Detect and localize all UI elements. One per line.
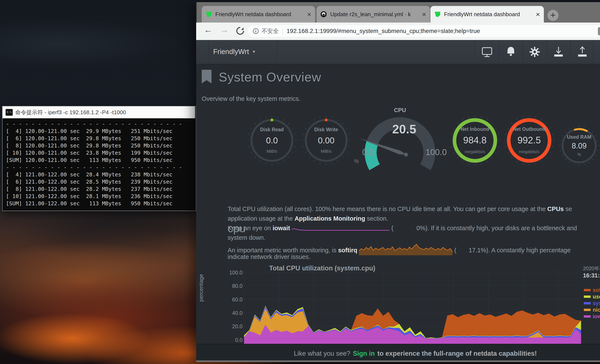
- gauge-disk-write[interactable]: Disk Write 0.00 MiB/s: [301, 115, 351, 166]
- terminal-line: [ 10] 121.00-122.00 sec 28.1 MBytes 236 …: [6, 193, 196, 200]
- new-tab-button[interactable]: +: [547, 10, 559, 21]
- forward-button: →: [220, 25, 228, 35]
- navbar-separator: [475, 40, 476, 63]
- tab-close-icon[interactable]: ×: [536, 11, 540, 18]
- security-label[interactable]: 不安全: [262, 27, 279, 35]
- legend-label: iowait: [593, 313, 600, 319]
- page-subtitle: Overview of the key system metrics.: [202, 95, 300, 102]
- y-tick: 60.0: [221, 297, 243, 303]
- navbar-separator: [547, 40, 547, 63]
- address-bar[interactable]: 不安全 192.168.2.1:19999/#menu_system_subme…: [248, 25, 600, 37]
- terminal-line: [ 4] 121.00-122.00 sec 28.4 MBytes 238 M…: [6, 171, 196, 178]
- navbar-separator: [499, 40, 499, 63]
- legend-item-system[interactable]: system: [584, 300, 600, 307]
- legend-item-nice[interactable]: nice: [584, 307, 600, 313]
- terminal-line: - - - - - - - - - - - - - - - - - - - - …: [6, 164, 196, 171]
- chevron-down-icon: ▾: [253, 49, 255, 55]
- terminal-line: [ 10] 120.00-121.00 sec 23.8 MBytes 199 …: [6, 149, 196, 157]
- tab-title: FriendlyWrt netdata dashboard: [444, 11, 534, 18]
- tab-close-icon[interactable]: ×: [422, 11, 426, 18]
- iowait-sparkline[interactable]: [292, 225, 390, 232]
- gauge-net-outbound[interactable]: Net Outbound 992.5 megabits/s: [504, 115, 554, 166]
- legend-swatch: [584, 296, 591, 298]
- navbar-separator: [277, 40, 277, 63]
- url-text[interactable]: 192.168.2.1:19999/#menu_system_submenu_c…: [287, 28, 480, 35]
- tab-separator: [316, 9, 316, 19]
- browser-toolbar: ← → 不安全 192.168.2.1:19999/#menu_system_s…: [196, 23, 600, 40]
- cpu-paragraph-line: application usage at the Applications Mo…: [228, 214, 388, 223]
- y-tick: 80.0: [221, 283, 243, 289]
- github-logo-icon: [320, 11, 327, 18]
- gauge-net-inbound[interactable]: Net Inbound 984.8 megabits/s: [450, 115, 500, 166]
- softirq-sparkline[interactable]: [359, 243, 452, 256]
- tab-title: FriendlyWrt netdata dashboard: [215, 11, 305, 18]
- terminal-line: [SUM] 120.00-121.00 sec 113 MBytes 950 M…: [6, 157, 196, 164]
- y-tick: 20.0: [221, 323, 243, 329]
- gear-icon[interactable]: [528, 45, 542, 59]
- legend-swatch: [584, 315, 591, 318]
- bell-icon[interactable]: [504, 45, 518, 59]
- terminal-line: [ 4] 120.00-121.00 sec 29.9 MBytes 251 M…: [6, 128, 196, 135]
- browser-window: FriendlyWrt netdata dashboard × Update r…: [196, 2, 600, 362]
- info-icon[interactable]: [253, 28, 259, 34]
- cpu-paragraph-line: An important metric worth monitoring, is…: [228, 243, 571, 252]
- legend-label: softirq: [593, 287, 600, 293]
- terminal-line: [ 8] 120.00-121.00 sec 29.8 MBytes 250 M…: [6, 142, 196, 149]
- netdata-footer: Like what you see? Sign in to experience…: [196, 344, 600, 360]
- terminal-output: - - - - - - - - - - - - - - - - - - - - …: [2, 118, 196, 211]
- bookmark-star-icon[interactable]: [598, 27, 600, 35]
- cpu-utilization-chart[interactable]: [244, 270, 581, 344]
- terminal-titlebar[interactable]: C:\ 命令提示符 - iperf3 -c 192.168.1.2 -P4 -t…: [2, 106, 195, 118]
- legend-item-softirq[interactable]: softirq: [584, 287, 600, 293]
- terminal-line: [ 6] 121.00-122.00 sec 28.5 MBytes 239 M…: [6, 178, 196, 186]
- tab-close-icon[interactable]: ×: [307, 11, 311, 18]
- applications-monitoring-link[interactable]: Applications Monitoring: [294, 215, 365, 222]
- gauge-dot: [325, 119, 328, 121]
- y-tick: 40.0: [221, 310, 243, 316]
- browser-tabstrip: FriendlyWrt netdata dashboard × Update r…: [196, 2, 600, 23]
- host-selector[interactable]: FriendlyWrt ▾: [213, 40, 255, 63]
- y-tick: 100.0: [221, 270, 243, 276]
- chart-timestamp-time: 16:31:2: [583, 272, 600, 279]
- netdata-page: FriendlyWrt ▾: [196, 40, 600, 360]
- netdata-logo-icon: [434, 11, 441, 18]
- chart-legend: softirqusersystemniceiowait: [584, 287, 600, 320]
- terminal-line: [SUM] 121.00-122.00 sec 113 MBytes 950 M…: [6, 200, 196, 207]
- navbar-separator: [523, 40, 523, 63]
- cpu-paragraph-line: indicate network driver issues.: [228, 252, 310, 262]
- import-download-icon[interactable]: [552, 45, 565, 59]
- navbar-separator: [208, 40, 209, 63]
- cpus-link[interactable]: CPUs: [547, 205, 564, 212]
- back-button[interactable]: ←: [204, 25, 212, 35]
- url-separator: [282, 28, 283, 35]
- terminal-title: 命令提示符 - iperf3 -c 192.168.1.2 -P4 -t1000: [15, 109, 126, 116]
- legend-item-user[interactable]: user: [584, 293, 600, 300]
- tab-netdata-1[interactable]: FriendlyWrt netdata dashboard ×: [202, 6, 315, 23]
- legend-swatch: [584, 302, 591, 304]
- gauge-cpu[interactable]: CPU 20.5 0.0 100.0 %: [349, 103, 451, 176]
- softirq-value: 17.1%: [456, 245, 486, 255]
- terminal-window[interactable]: C:\ 命令提示符 - iperf3 -c 192.168.1.2 -P4 -t…: [2, 106, 196, 211]
- cpu-paragraph-line: system down.: [228, 233, 265, 243]
- legend-label: system: [593, 300, 600, 306]
- tab-netdata-2-active[interactable]: FriendlyWrt netdata dashboard ×: [431, 6, 544, 23]
- monitor-icon[interactable]: [480, 45, 494, 59]
- tab-title: Update r2s_lean_minimal.yml · k: [330, 11, 420, 18]
- sign-in-link[interactable]: Sign in: [353, 350, 375, 357]
- gauge-disk-read[interactable]: Disk Read 0.0 MiB/s: [247, 115, 297, 166]
- export-upload-icon[interactable]: [576, 45, 589, 59]
- legend-swatch: [584, 289, 591, 291]
- gauge-dot: [271, 119, 273, 121]
- cpu-paragraph-line: Total CPU utilization (all cores). 100% …: [228, 204, 572, 214]
- legend-swatch: [584, 309, 591, 311]
- page-title: System Overview: [219, 70, 321, 84]
- reload-button[interactable]: [235, 26, 245, 36]
- gauge-used-ram[interactable]: Used RAM 8.09 %: [558, 125, 600, 167]
- terminal-line: - - - - - - - - - - - - - - - - - - - - …: [6, 121, 196, 128]
- terminal-line: [ 6] 120.00-121.00 sec 29.8 MBytes 250 M…: [6, 135, 196, 142]
- cpu-paragraph-line: Keep an eye on iowait (0%). If it is con…: [228, 223, 577, 233]
- chart-timestamp-date: 2020年3: [583, 265, 600, 272]
- tab-github[interactable]: Update r2s_lean_minimal.yml · k ×: [317, 6, 430, 23]
- navbar-separator: [571, 40, 571, 63]
- legend-item-iowait[interactable]: iowait: [584, 313, 600, 320]
